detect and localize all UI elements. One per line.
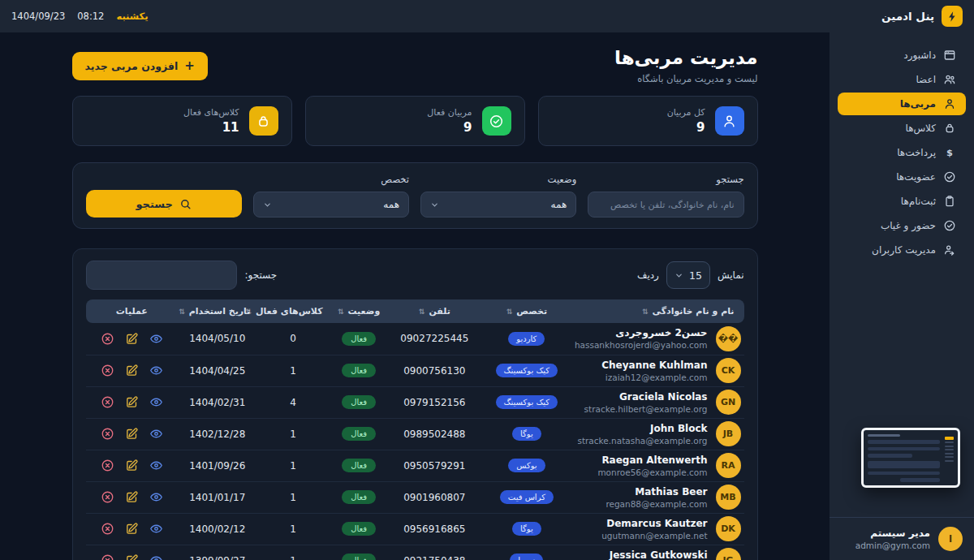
delete-button[interactable]: [101, 395, 114, 409]
edit-button[interactable]: [125, 459, 139, 472]
edit-button[interactable]: [125, 364, 139, 377]
column-header-0[interactable]: نام و نام خانوادگی⇅: [573, 299, 744, 323]
view-button[interactable]: [149, 554, 163, 560]
time-label: 08:12: [77, 11, 104, 22]
screenshot-preview[interactable]: [861, 428, 960, 488]
clipboard-icon: [943, 195, 956, 208]
edit-button[interactable]: [125, 554, 139, 560]
view-button[interactable]: [149, 522, 163, 536]
stat-label: کل مربیان: [667, 107, 705, 118]
quick-search-label: جستجو:: [245, 269, 278, 281]
page-size-value: 15: [689, 269, 702, 282]
page-size-control: نمایش 15 ردیف: [637, 261, 743, 289]
search-label: جستجو: [588, 174, 743, 185]
search-input[interactable]: [588, 192, 743, 218]
page-subtitle: لیست و مدیریت مربیان باشگاه: [614, 73, 758, 84]
column-header-1[interactable]: تخصص⇅: [481, 299, 573, 323]
user-avatar: ا: [938, 527, 963, 551]
view-button[interactable]: [149, 490, 163, 504]
trainer-phone: 0901960807: [389, 481, 481, 513]
column-header-6: عملیات: [86, 299, 179, 323]
edit-button[interactable]: [125, 395, 139, 409]
check-circle-icon: [943, 219, 956, 232]
delete-button[interactable]: [101, 427, 114, 441]
specialty-badge: یوگا: [512, 522, 541, 536]
status-select[interactable]: همه: [420, 192, 576, 218]
sidebar-item-label: اعضا: [916, 74, 936, 85]
kettlebell-icon: [249, 106, 278, 136]
table-search-input[interactable]: [86, 261, 237, 290]
sidebar-item-label: عضویت‌ها: [896, 171, 936, 183]
date-label: 1404/09/23: [11, 11, 65, 22]
status-badge: فعال: [342, 490, 376, 504]
active-classes-count: 0: [256, 323, 329, 355]
hire-date: 1400/02/12: [178, 513, 256, 545]
trainer-phone: 09027225445: [389, 323, 481, 355]
sort-icon: ⇅: [419, 308, 425, 316]
search-button[interactable]: جستجو: [86, 190, 242, 218]
column-label: وضعیت: [347, 306, 380, 317]
check-circle-icon: [943, 170, 956, 183]
edit-button[interactable]: [125, 522, 139, 536]
hire-date: 1404/02/31: [178, 386, 256, 418]
edit-button[interactable]: [125, 332, 139, 346]
quick-search: جستجو:: [86, 261, 278, 290]
sort-icon: ⇅: [642, 308, 649, 316]
stat-label: مربیان فعال: [427, 107, 472, 118]
trainer-avatar: DK: [716, 516, 741, 541]
edit-button[interactable]: [125, 490, 139, 504]
delete-button[interactable]: [101, 364, 114, 377]
table-row: MBMathias Beerregan88@example.comکراس فی…: [86, 481, 744, 513]
sidebar-item-dashboard[interactable]: داشبورد: [838, 44, 966, 67]
stats-row: کل مربیان9مربیان فعال9کلاس‌های فعال11: [72, 96, 758, 146]
stat-value: 11: [183, 120, 239, 135]
column-header-4[interactable]: کلاس‌های فعال⇅: [256, 299, 329, 323]
delete-button[interactable]: [101, 459, 114, 472]
table-row: GNGraciela Nicolasstracke.hilbert@exampl…: [86, 386, 744, 418]
add-trainer-button[interactable]: + افزودن مربی جدید: [72, 52, 208, 80]
page-size-select[interactable]: 15: [666, 261, 710, 289]
sidebar-item-members[interactable]: اعضا: [838, 68, 966, 91]
view-button[interactable]: [149, 459, 163, 472]
view-button[interactable]: [149, 332, 163, 346]
hire-date: 1404/05/10: [178, 323, 256, 355]
table-row: CKCheyanne Kuhlmanizaiah12@example.comکی…: [86, 355, 744, 386]
sidebar-item-attendance[interactable]: حضور و غیاب: [838, 214, 966, 237]
view-button[interactable]: [149, 427, 163, 441]
hire-date: 1404/04/25: [178, 355, 256, 386]
trainer-name: Raegan Altenwerth: [597, 454, 707, 466]
preview-sidebar: [943, 433, 955, 483]
page-title: مدیریت مربی‌ها: [614, 47, 758, 68]
status-badge: فعال: [342, 554, 376, 560]
column-header-2[interactable]: تلفن⇅: [389, 299, 481, 323]
specialty-select[interactable]: همه: [253, 192, 409, 218]
chevron-down-icon: [674, 271, 683, 280]
delete-button[interactable]: [101, 522, 114, 536]
sidebar-item-payments[interactable]: $پرداخت‌ها: [838, 141, 966, 164]
sidebar-user[interactable]: ا مدیر سیستم admin@gym.com: [830, 517, 974, 560]
active-classes-count: 1: [256, 481, 329, 513]
dashboard-icon: [943, 49, 956, 62]
stat-card-total-trainers: کل مربیان9: [538, 96, 758, 146]
sidebar-item-registrations[interactable]: ثبت‌نام‌ها: [838, 190, 966, 213]
status-badge: فعال: [342, 522, 376, 536]
status-badge: فعال: [342, 364, 376, 377]
trainer-email: monroe56@example.com: [597, 467, 707, 477]
view-button[interactable]: [149, 395, 163, 409]
sidebar-item-users-management[interactable]: مدیریت کاربران: [838, 239, 966, 261]
view-button[interactable]: [149, 364, 163, 377]
sidebar-item-memberships[interactable]: عضویت‌ها: [838, 166, 966, 188]
sidebar-item-label: مدیریت کاربران: [872, 244, 936, 256]
delete-button[interactable]: [101, 332, 114, 346]
trainer-phone: 0950579291: [389, 450, 481, 481]
user-email: admin@gym.com: [855, 541, 930, 550]
trainer-phone: 0900756130: [389, 355, 481, 386]
delete-button[interactable]: [101, 554, 114, 560]
delete-button[interactable]: [101, 490, 114, 504]
column-header-3[interactable]: وضعیت⇅: [330, 299, 389, 323]
trainer-email: hassankhosrojerdi@yahoo.com: [575, 340, 708, 350]
sidebar-item-trainers[interactable]: مربی‌ها: [838, 93, 966, 115]
edit-button[interactable]: [125, 427, 139, 441]
trainer-icon: [715, 106, 744, 136]
sidebar-item-classes[interactable]: کلاس‌ها: [838, 117, 966, 140]
